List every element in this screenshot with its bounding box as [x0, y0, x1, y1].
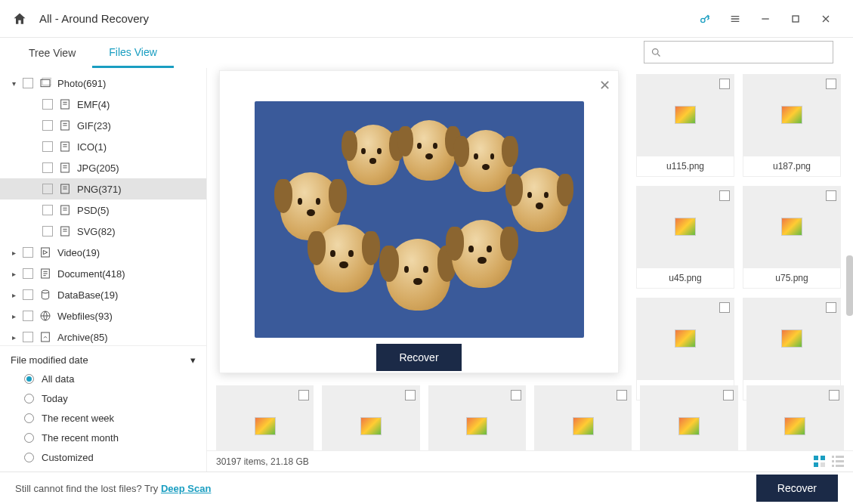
svg-point-2	[653, 48, 659, 54]
tree-row-child[interactable]: ICO(1)	[0, 136, 206, 157]
list-view-icon[interactable]	[832, 456, 844, 468]
checkbox[interactable]	[23, 311, 33, 321]
chevron-right-icon[interactable]: ▸	[12, 291, 23, 299]
image-placeholder-icon	[675, 106, 696, 124]
deep-scan-link[interactable]: Deep Scan	[161, 483, 211, 494]
checkbox[interactable]	[23, 78, 33, 88]
home-icon[interactable]	[12, 11, 27, 26]
tree-row-category[interactable]: ▸Archive(85)	[0, 326, 206, 345]
thumbnail[interactable]	[640, 385, 737, 450]
scrollbar[interactable]	[846, 255, 853, 316]
svg-point-15	[42, 290, 48, 293]
checkbox[interactable]	[42, 184, 53, 194]
category-icon	[39, 289, 51, 301]
close-icon[interactable]	[811, 4, 841, 34]
thumbnail[interactable]	[322, 385, 419, 450]
image-placeholder-icon	[675, 218, 696, 236]
checkbox[interactable]	[829, 390, 839, 400]
tree-row-category[interactable]: ▸Video(19)	[0, 242, 206, 263]
tree-row-child[interactable]: SVG(82)	[0, 221, 206, 242]
tree-row-category[interactable]: ▸DataBase(19)	[0, 284, 206, 305]
thumbnail[interactable]	[428, 385, 526, 450]
chevron-right-icon[interactable]: ▸	[12, 333, 23, 342]
photo-icon	[39, 77, 51, 89]
tree-row-child[interactable]: GIF(23)	[0, 115, 206, 136]
category-icon	[39, 246, 51, 258]
checkbox[interactable]	[23, 332, 33, 342]
checkbox[interactable]	[617, 390, 627, 400]
checkbox[interactable]	[405, 390, 416, 400]
filter-option[interactable]: The recent week	[11, 408, 196, 428]
thumbnail[interactable]: u187.png	[743, 74, 841, 177]
checkbox[interactable]	[719, 190, 730, 201]
filter-header[interactable]: File modified date ▾	[11, 351, 196, 369]
thumbnail-label: u187.png	[743, 156, 841, 177]
menu-icon[interactable]	[720, 4, 750, 34]
tab-tree-view[interactable]: Tree View	[12, 38, 92, 68]
close-preview-icon[interactable]: ✕	[599, 77, 610, 94]
checkbox[interactable]	[826, 190, 836, 201]
checkbox[interactable]	[298, 390, 309, 400]
radio[interactable]	[24, 453, 34, 462]
tree-row-photo[interactable]: ▾ Photo(691)	[0, 73, 206, 94]
tree-row-child[interactable]: PSD(5)	[0, 199, 206, 221]
recover-button[interactable]: Recover	[756, 475, 838, 502]
maximize-icon[interactable]	[780, 4, 811, 34]
filter-option[interactable]: Customized	[11, 447, 196, 467]
minimize-icon[interactable]	[750, 4, 780, 34]
chevron-right-icon[interactable]: ▸	[12, 270, 23, 278]
image-placeholder-icon	[678, 417, 700, 435]
checkbox[interactable]	[23, 247, 33, 258]
category-icon	[39, 267, 51, 280]
checkbox[interactable]	[42, 99, 53, 110]
checkbox[interactable]	[511, 390, 521, 400]
thumbnail[interactable]: u45.png	[636, 186, 734, 289]
tree-label: Photo(691)	[57, 78, 106, 89]
key-icon[interactable]	[690, 4, 720, 34]
radio[interactable]	[24, 413, 34, 423]
image-placeholder-icon	[255, 417, 276, 435]
search-input[interactable]	[666, 47, 827, 58]
checkbox[interactable]	[723, 390, 734, 400]
chevron-right-icon[interactable]: ▸	[12, 249, 23, 257]
radio[interactable]	[24, 374, 34, 384]
thumbnail[interactable]	[534, 385, 632, 450]
file-type-icon	[59, 98, 71, 110]
checkbox[interactable]	[719, 79, 730, 89]
grid-view-icon[interactable]	[814, 456, 826, 468]
checkbox[interactable]	[42, 120, 53, 131]
thumbnail[interactable]: u75.png	[743, 186, 841, 289]
svg-marker-13	[43, 250, 47, 254]
checkbox[interactable]	[42, 162, 53, 173]
svg-rect-1	[793, 16, 799, 22]
chevron-down-icon[interactable]: ▾	[12, 79, 23, 88]
chevron-right-icon[interactable]: ▸	[12, 312, 23, 320]
tree-row-category[interactable]: ▸Webfiles(93)	[0, 305, 206, 326]
thumbnail[interactable]	[216, 385, 314, 450]
tree-row-category[interactable]: ▸Document(418)	[0, 263, 206, 284]
tree-row-child[interactable]: PNG(371)	[0, 178, 206, 199]
tree-row-child[interactable]: EMF(4)	[0, 94, 206, 115]
checkbox[interactable]	[826, 302, 836, 313]
checkbox[interactable]	[23, 289, 33, 300]
checkbox[interactable]	[826, 79, 836, 89]
checkbox[interactable]	[42, 141, 53, 152]
svg-rect-26	[832, 465, 834, 467]
radio[interactable]	[24, 394, 34, 404]
preview-recover-button[interactable]: Recover	[376, 344, 461, 371]
checkbox[interactable]	[719, 302, 730, 313]
search-box[interactable]	[644, 41, 833, 63]
checkbox[interactable]	[42, 205, 53, 215]
image-placeholder-icon	[781, 329, 802, 348]
filter-option[interactable]: Today	[11, 388, 196, 408]
filter-option[interactable]: The recent month	[11, 428, 196, 447]
tree-row-child[interactable]: JPG(205)	[0, 157, 206, 178]
thumbnail[interactable]	[746, 385, 844, 450]
checkbox[interactable]	[42, 226, 53, 237]
thumbnail[interactable]: u115.png	[636, 74, 734, 177]
radio[interactable]	[24, 433, 34, 443]
checkbox[interactable]	[23, 268, 33, 279]
tab-files-view[interactable]: Files View	[92, 38, 174, 68]
sidebar: ▾ Photo(691) EMF(4)GIF(23)ICO(1)JPG(205)…	[0, 68, 207, 472]
filter-option[interactable]: All data	[11, 369, 196, 388]
